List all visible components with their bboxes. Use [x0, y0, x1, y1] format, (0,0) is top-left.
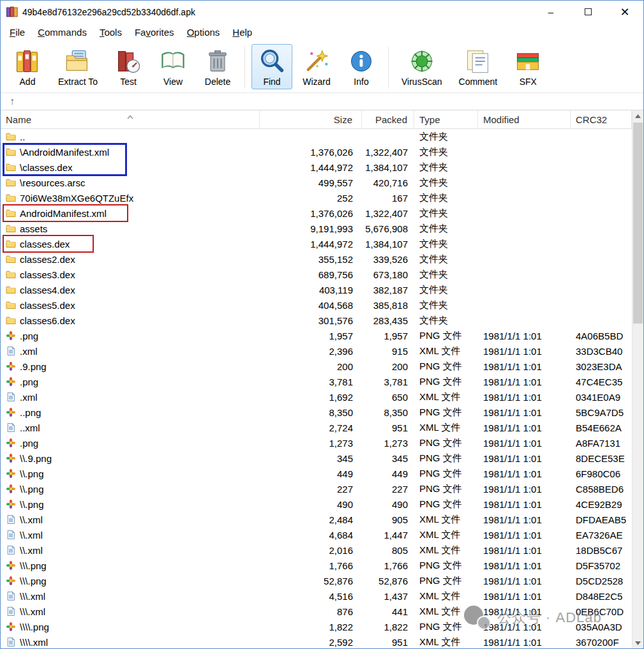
menu-item-tools[interactable]: Tools — [93, 24, 128, 40]
file-row[interactable]: \\.xml2,016805XML 文件1981/1/1 1:0118DB5C6… — [1, 542, 632, 558]
add-button[interactable]: Add — [7, 44, 48, 89]
extract-to-button[interactable]: Extract To — [52, 44, 104, 89]
file-row[interactable]: classes2.dex355,152339,526文件夹 — [1, 251, 632, 267]
xml-icon — [6, 637, 16, 647]
file-modified: 1981/1/1 1:01 — [478, 512, 571, 527]
file-type: PNG 文件 — [414, 466, 478, 481]
file-crc32: D848E2C5 — [571, 588, 632, 604]
file-row[interactable]: \\.xml2,484905XML 文件1981/1/1 1:01DFDAEAB… — [1, 512, 632, 527]
file-size: 9,191,993 — [260, 221, 362, 236]
wizard-button[interactable]: Wizard — [296, 44, 337, 89]
file-type: 文件夹 — [414, 175, 478, 190]
file-row[interactable]: \\\.xml876441XML 文件1981/1/1 1:010EB6C70D — [1, 604, 632, 619]
file-size: 1,766 — [260, 558, 362, 573]
column-header-packed[interactable]: Packed — [362, 110, 414, 128]
file-row[interactable]: classes6.dex301,576283,435文件夹 — [1, 313, 632, 328]
file-row[interactable]: .xml2,396915XML 文件1981/1/1 1:0133D3CB40 — [1, 343, 632, 359]
info-button[interactable]: Info — [341, 44, 382, 89]
file-row[interactable]: classes4.dex403,119382,187文件夹 — [1, 282, 632, 297]
sfx-icon — [514, 47, 542, 75]
view-button[interactable]: View — [153, 44, 193, 89]
file-crc32: C858BED6 — [571, 481, 632, 496]
file-row[interactable]: classes5.dex404,568385,818文件夹 — [1, 297, 632, 313]
xml-icon — [6, 591, 16, 601]
file-row[interactable]: .png3,7813,781PNG 文件1981/1/1 1:0147C4EC3… — [1, 374, 632, 389]
scroll-down-icon[interactable] — [633, 638, 643, 648]
file-crc32: 6F980C06 — [571, 466, 632, 481]
title-bar[interactable]: 49b4e8d76132e296a29cd52b3340d6df.apk – ✕ — [1, 1, 643, 23]
up-folder-icon[interactable]: ↑ — [10, 96, 15, 107]
file-row[interactable]: \\.9.png345345PNG 文件1981/1/1 1:018DECE53… — [1, 451, 632, 466]
file-packed: 1,766 — [362, 558, 414, 573]
column-header-crc32[interactable]: CRC32 — [571, 110, 632, 128]
column-header-row: Name Size Packed Type Modified CRC32 — [1, 110, 632, 129]
file-row[interactable]: 70i6We38mXGe6QTZuEfx252167文件夹 — [1, 190, 632, 205]
file-packed: 650 — [362, 389, 414, 405]
file-row[interactable]: ..文件夹 — [1, 129, 632, 144]
file-row[interactable]: classes3.dex689,756673,180文件夹 — [1, 267, 632, 282]
file-type: PNG 文件 — [414, 435, 478, 451]
file-row[interactable]: \\\.png1,7661,766PNG 文件1981/1/1 1:01D5F3… — [1, 558, 632, 573]
test-button[interactable]: Test — [108, 44, 149, 89]
virusscan-button[interactable]: VirusScan — [395, 44, 449, 89]
file-row[interactable]: \AndroidManifest.xml1,376,0261,322,407文件… — [1, 144, 632, 160]
file-row[interactable]: ..png8,3508,350PNG 文件1981/1/1 1:015BC9A7… — [1, 405, 632, 420]
file-row[interactable]: \\.png490490PNG 文件1981/1/1 1:014CE92B29 — [1, 496, 632, 512]
file-row[interactable]: \\\\.xml2,592951XML 文件1981/1/1 1:0136702… — [1, 634, 632, 649]
file-modified: 1981/1/1 1:01 — [478, 481, 571, 496]
file-row[interactable]: \\\.xml4,5161,437XML 文件1981/1/1 1:01D848… — [1, 588, 632, 604]
file-row[interactable]: \\.png449449PNG 文件1981/1/1 1:016F980C06 — [1, 466, 632, 481]
scrollbar-thumb[interactable] — [633, 123, 643, 324]
folder-icon — [6, 315, 16, 325]
wizard-icon — [303, 47, 331, 75]
sfx-button[interactable]: SFX — [507, 44, 548, 89]
file-size: 227 — [260, 481, 362, 496]
comment-button[interactable]: Comment — [453, 44, 504, 89]
file-row[interactable]: \classes.dex1,444,9721,384,107文件夹 — [1, 160, 632, 175]
delete-button[interactable]: Delete — [197, 44, 238, 89]
file-name: \\.png — [20, 499, 44, 510]
file-name: .xml — [20, 346, 38, 357]
maximize-button[interactable] — [569, 1, 606, 23]
file-row[interactable]: .9.png200200PNG 文件1981/1/1 1:013023E3DA — [1, 359, 632, 374]
menu-item-file[interactable]: File — [3, 24, 31, 40]
file-row[interactable]: .xml1,692650XML 文件1981/1/1 1:010341E0A9 — [1, 389, 632, 405]
folder-icon — [6, 147, 16, 157]
file-crc32 — [571, 205, 632, 221]
file-row[interactable]: assets9,191,9935,676,908文件夹 — [1, 221, 632, 236]
file-row[interactable]: \\.png227227PNG 文件1981/1/1 1:01C858BED6 — [1, 481, 632, 496]
close-button[interactable]: ✕ — [606, 1, 643, 23]
file-row[interactable]: \\\\.png1,8221,822PNG 文件1981/1/1 1:01035… — [1, 619, 632, 634]
file-packed: 8,350 — [362, 405, 414, 420]
vertical-scrollbar[interactable] — [632, 110, 643, 648]
column-header-size[interactable]: Size — [260, 110, 362, 128]
file-row[interactable]: .png1,2731,273PNG 文件1981/1/1 1:01A8FA713… — [1, 435, 632, 451]
menu-item-options[interactable]: Options — [181, 24, 227, 40]
file-row[interactable]: \resources.arsc499,557420,716文件夹 — [1, 175, 632, 190]
file-crc32: 0EB6C70D — [571, 604, 632, 619]
png-icon — [6, 377, 16, 387]
file-row[interactable]: .png1,9571,957PNG 文件1981/1/1 1:014A06B5B… — [1, 328, 632, 343]
file-list-area: Name Size Packed Type Modified CRC32 ..文… — [1, 110, 632, 649]
menu-item-favorites[interactable]: Favorites — [128, 24, 181, 40]
file-row[interactable]: \\.xml4,6841,447XML 文件1981/1/1 1:01EA732… — [1, 527, 632, 542]
file-row[interactable]: ..xml2,724951XML 文件1981/1/1 1:01B54E662A — [1, 420, 632, 435]
file-type: PNG 文件 — [414, 619, 478, 634]
file-row[interactable]: \\\.png52,87652,876PNG 文件1981/1/1 1:01D5… — [1, 573, 632, 588]
menu-item-commands[interactable]: Commands — [31, 24, 93, 40]
minimize-button[interactable]: – — [532, 1, 569, 23]
xml-icon — [6, 346, 16, 356]
wizard-label: Wizard — [303, 77, 331, 87]
file-size: 355,152 — [260, 251, 362, 267]
scroll-up-icon[interactable] — [633, 110, 643, 121]
file-packed: 1,447 — [362, 527, 414, 542]
find-button[interactable]: Find — [251, 44, 292, 89]
info-label: Info — [354, 77, 368, 87]
column-header-modified[interactable]: Modified — [478, 110, 571, 128]
file-name: \\.xml — [20, 530, 43, 541]
file-row[interactable]: classes.dex1,444,9721,384,107文件夹 — [1, 236, 632, 251]
file-type: PNG 文件 — [414, 451, 478, 466]
menu-item-help[interactable]: Help — [226, 24, 258, 40]
file-row[interactable]: AndroidManifest.xml1,376,0261,322,407文件夹 — [1, 205, 632, 221]
column-header-type[interactable]: Type — [414, 110, 478, 128]
